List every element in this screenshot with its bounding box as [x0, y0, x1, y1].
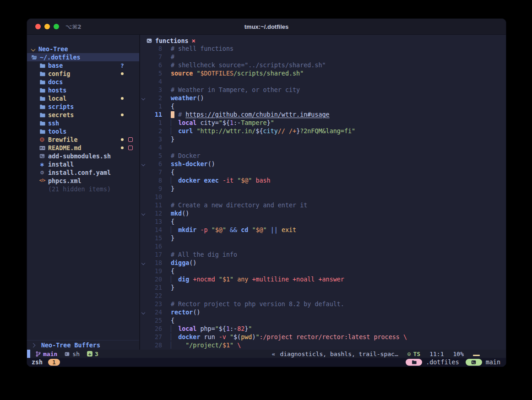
- code-token: ": [237, 177, 241, 184]
- code-line[interactable]: 28▏ "/project/$1" \: [140, 341, 506, 350]
- fold-chevron-icon[interactable]: [140, 308, 147, 317]
- fold-chevron-icon[interactable]: [140, 160, 147, 168]
- fold-column: [140, 251, 147, 259]
- lsp-clients-label: diagnosticls, bashls, trail-spac…: [280, 351, 398, 357]
- file-name: base: [48, 62, 63, 69]
- zoom-window-button[interactable]: [54, 24, 59, 29]
- code-line[interactable]: 23# Rector project to php version 8.2 by…: [140, 300, 506, 308]
- code-line[interactable]: 22: [140, 292, 506, 300]
- relative-line-number: 23: [147, 300, 162, 308]
- close-buffer-icon[interactable]: ×: [192, 37, 195, 44]
- sidebar-item-install[interactable]: ∗install: [27, 160, 139, 168]
- code-line[interactable]: 7#: [140, 53, 506, 61]
- git-added-count: 3: [95, 351, 98, 357]
- fold-chevron-icon[interactable]: [140, 210, 147, 218]
- sidebar-item-readme-md[interactable]: README.md: [27, 144, 139, 152]
- code-line[interactable]: 5# Docker: [140, 152, 506, 160]
- statusline-left: main sh + 3: [36, 351, 98, 357]
- sidebar-item-21-hidden-items[interactable]: (21 hidden items): [27, 185, 139, 193]
- fold-column: [140, 53, 147, 61]
- code-line-text: {: [171, 267, 174, 276]
- sidebar-item-config[interactable]: config: [27, 70, 139, 78]
- sign-column: [162, 201, 171, 210]
- file-name: tools: [48, 128, 66, 135]
- code-line[interactable]: 13{: [140, 218, 506, 226]
- code-line[interactable]: 4: [140, 78, 506, 86]
- code-token: # Docker: [171, 152, 201, 159]
- sidebar-item-hosts[interactable]: hosts: [27, 86, 139, 94]
- fold-chevron-icon[interactable]: [140, 259, 147, 267]
- code-token: [201, 177, 204, 184]
- code-area[interactable]: 8# shell functions7#6# shellcheck source…: [140, 45, 506, 350]
- code-line[interactable]: 1▏ local city="${1:-Tampere}": [140, 119, 506, 127]
- buffer-tab[interactable]: functions ×: [140, 37, 506, 45]
- sidebar-item-brewfile[interactable]: Brewfile: [27, 135, 139, 144]
- sidebar-item-secrets[interactable]: secrets: [27, 111, 139, 119]
- minimize-window-button[interactable]: [44, 24, 50, 29]
- code-line[interactable]: 25{: [140, 317, 506, 325]
- code-token: [226, 334, 230, 341]
- relative-line-number: 3: [147, 135, 162, 144]
- code-line[interactable]: 12mkd(): [140, 210, 506, 218]
- code-line[interactable]: 8▏ docker exec -it "$@" bash: [140, 177, 506, 185]
- code-line[interactable]: 24rector(): [140, 308, 506, 317]
- fold-column: [140, 103, 147, 111]
- tmux-window-name[interactable]: zsh: [32, 359, 43, 366]
- sidebar-item-tools[interactable]: tools: [27, 127, 139, 135]
- code-line[interactable]: 4: [140, 144, 506, 152]
- code-line[interactable]: 3# Weather in Tampere, or other city: [140, 86, 506, 94]
- text-cursor: [171, 111, 174, 118]
- code-line[interactable]: 17# All the dig info: [140, 251, 506, 259]
- code-line[interactable]: 11 # https://github.com/chubin/wttr.in#u…: [140, 111, 506, 119]
- sidebar-item-phpcs-xml[interactable]: </>phpcs.xml: [27, 177, 139, 185]
- code-line[interactable]: 19{: [140, 267, 506, 276]
- code-line[interactable]: 26▏ local php="${1:-82}": [140, 325, 506, 333]
- code-token: {: [171, 103, 174, 110]
- sidebar-item-base[interactable]: base?: [27, 61, 139, 70]
- sidebar-item-ssh[interactable]: ssh: [27, 119, 139, 127]
- code-line[interactable]: 2weather(): [140, 94, 506, 103]
- sidebar-item-local[interactable]: local: [27, 94, 139, 103]
- code-token: $(: [233, 334, 241, 341]
- code-line[interactable]: 6# shellcheck source="../scripts/shared.…: [140, 61, 506, 70]
- code-line[interactable]: 14▏ mkdir -p "$@" && cd "$@" || exit: [140, 226, 506, 234]
- neo-tree-buffers-header[interactable]: Neo-Tree Buffers: [27, 340, 139, 350]
- code-line[interactable]: 16: [140, 243, 506, 251]
- code-line[interactable]: 6ssh-docker(): [140, 160, 506, 168]
- code-token: # shell functions: [171, 45, 233, 52]
- code-line[interactable]: 20▏ dig +nocmd "$1" any +multiline +noal…: [140, 276, 506, 284]
- code-line-text: # Create a new directory and enter it: [171, 201, 307, 210]
- code-token: $1: [223, 342, 230, 349]
- code-line[interactable]: 11# Create a new directory and enter it: [140, 201, 506, 210]
- code-line[interactable]: 3}: [140, 135, 506, 144]
- code-line[interactable]: 5source "$DOTFILES/scripts/shared.sh": [140, 70, 506, 78]
- code-line[interactable]: 7{: [140, 168, 506, 177]
- sidebar-item-add-submodules-sh[interactable]: add-submodules.sh: [27, 152, 139, 160]
- sidebar-item-docs[interactable]: docs: [27, 78, 139, 86]
- code-line[interactable]: 27▏ docker run -v "$(pwd)":/project rect…: [140, 333, 506, 341]
- code-line[interactable]: 10: [140, 193, 506, 201]
- git-branch-label: main: [43, 351, 57, 357]
- folder-icon: [39, 112, 45, 118]
- code-line[interactable]: 18digga(): [140, 259, 506, 267]
- code-line[interactable]: 15}: [140, 234, 506, 243]
- close-window-button[interactable]: [35, 24, 41, 29]
- code-token: :-: [230, 325, 237, 332]
- code-line-text: {: [171, 103, 174, 111]
- fold-chevron-icon[interactable]: [140, 94, 147, 103]
- sidebar-item-scripts[interactable]: scripts: [27, 103, 139, 111]
- code-line[interactable]: 1{: [140, 103, 506, 111]
- code-line[interactable]: 21}: [140, 284, 506, 292]
- code-line[interactable]: 2▏ curl "http://wttr.in/${city// /+}?2nF…: [140, 127, 506, 135]
- tmux-pane: Neo-Tree ~/.dotfiles base?configdocshost…: [27, 35, 506, 350]
- mode-indicator-block: [27, 350, 30, 358]
- sign-column: [162, 325, 171, 333]
- code-line[interactable]: 9}: [140, 185, 506, 193]
- code-token: any: [237, 276, 248, 283]
- sidebar-item-install-conf-yaml[interactable]: ⚙install.conf.yaml: [27, 168, 139, 177]
- code-line[interactable]: 8# shell functions: [140, 45, 506, 53]
- tmux-window-index-badge[interactable]: 1: [48, 359, 60, 366]
- neo-tree-header[interactable]: Neo-Tree: [27, 45, 139, 53]
- sidebar-item-root-dotfiles[interactable]: ~/.dotfiles: [27, 53, 139, 61]
- code-line-text: source "$DOTFILES/scripts/shared.sh": [171, 70, 304, 78]
